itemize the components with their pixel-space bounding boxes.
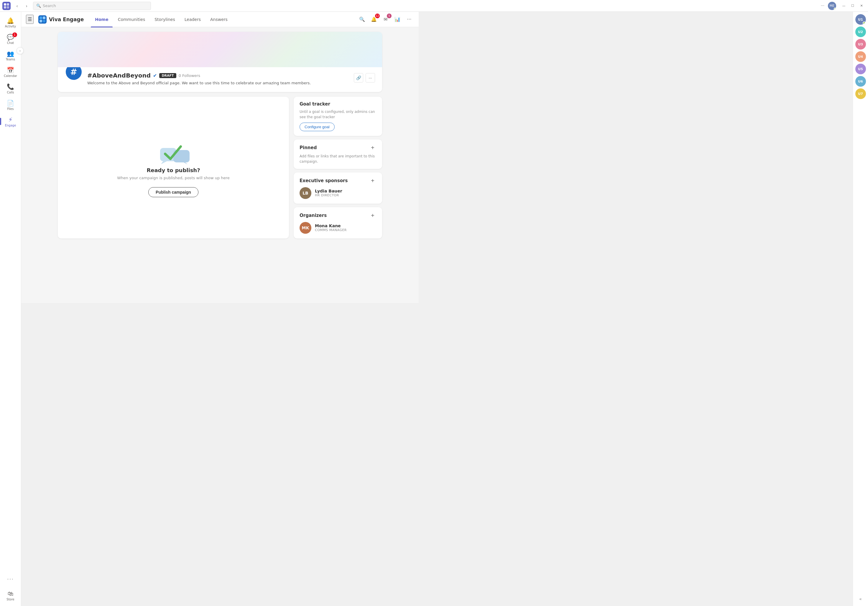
message-wrap: ✉ 5: [381, 15, 391, 24]
configure-goal-button[interactable]: Configure goal: [299, 122, 335, 131]
nav-controls: ‹ ›: [13, 2, 31, 10]
publish-ready-title: Ready to publish?: [147, 167, 200, 173]
calendar-icon: 📅: [7, 67, 14, 74]
svg-rect-4: [38, 15, 46, 23]
svg-rect-7: [40, 20, 42, 22]
link-copy-button[interactable]: 🔗: [354, 73, 363, 82]
campaign-info: # #AboveAndBeyond ✔ DRAFT 0 Followers We…: [58, 67, 382, 92]
more-campaign-options-button[interactable]: ···: [366, 73, 375, 82]
teams-sidebar: 🔔 Activity 💬 Chat 1 👥 Teams 📅 Calendar 📞…: [0, 12, 21, 303]
header-right: 🔍 🔔 12 ✉ 5 📊 ···: [357, 15, 414, 24]
campaign-name: #AboveAndBeyond: [87, 72, 151, 79]
sponsor-name-1: Lydia Bauer: [315, 189, 342, 193]
organizers-add-button[interactable]: +: [369, 212, 376, 219]
organizer-info-1: Mona Kane COMMS MANAGER: [315, 223, 347, 232]
sidebar-item-teams[interactable]: 👥 Teams: [2, 47, 19, 64]
app-nav: Home Communities Storylines Leaders Answ…: [91, 15, 232, 23]
svg-rect-1: [7, 3, 9, 6]
nav-answers[interactable]: Answers: [206, 15, 232, 23]
app-logo: Viva Engage: [38, 15, 84, 23]
main-wrapper: ☰ Viva Engage Home Communities Storyline…: [21, 12, 418, 303]
nav-communities[interactable]: Communities: [114, 15, 149, 23]
svg-rect-0: [4, 3, 6, 6]
sidebar-item-engage[interactable]: ⚡ Engage: [2, 113, 19, 130]
publish-illustration-svg: [159, 138, 191, 164]
message-badge: 5: [387, 14, 392, 18]
teams-icon: 👥: [7, 50, 14, 57]
engage-icon: ⚡: [8, 116, 12, 123]
executive-sponsors-card: Executive sponsors + LB Lydia Bauer HR D…: [294, 172, 382, 204]
sidebar-label-activity: Activity: [5, 25, 16, 28]
header-search-button[interactable]: 🔍: [357, 15, 367, 24]
right-panel: Goal tracker Until a goal is configured,…: [294, 97, 382, 239]
sidebar-label-files: Files: [7, 107, 14, 110]
executive-sponsors-header: Executive sponsors +: [299, 177, 376, 184]
followers-count: 0 Followers: [179, 73, 200, 78]
notification-badge: 12: [375, 14, 380, 18]
hamburger-button[interactable]: ☰: [26, 15, 34, 24]
pinned-description: Add files or links that are important to…: [299, 153, 376, 164]
organizers-header: Organizers +: [299, 212, 376, 219]
executive-sponsors-add-button[interactable]: +: [369, 177, 376, 184]
campaign-details: #AboveAndBeyond ✔ DRAFT 0 Followers Welc…: [87, 72, 349, 86]
goal-tracker-card: Goal tracker Until a goal is configured,…: [294, 97, 382, 136]
sidebar-label-engage: Engage: [5, 124, 16, 127]
pinned-add-button[interactable]: +: [369, 144, 376, 151]
goal-tracker-description: Until a goal is configured, only admins …: [299, 109, 376, 120]
search-icon: 🔍: [36, 3, 41, 8]
svg-rect-5: [40, 17, 42, 19]
nav-back-button[interactable]: ‹: [13, 2, 21, 10]
more-options-header-button[interactable]: ···: [405, 15, 414, 24]
activity-icon: 🔔: [7, 17, 14, 24]
content-area: # #AboveAndBeyond ✔ DRAFT 0 Followers We…: [58, 32, 382, 298]
calls-icon: 📞: [7, 83, 14, 90]
nav-leaders[interactable]: Leaders: [180, 15, 205, 23]
verified-icon: ✔: [153, 73, 157, 78]
publish-illustration: [159, 138, 188, 161]
page-content: # #AboveAndBeyond ✔ DRAFT 0 Followers We…: [21, 27, 418, 303]
campaign-title-row: #AboveAndBeyond ✔ DRAFT 0 Followers: [87, 72, 349, 79]
sidebar-label-teams: Teams: [6, 58, 16, 61]
campaign-banner: [58, 32, 382, 67]
sidebar-label-calendar: Calendar: [4, 74, 17, 77]
sponsor-avatar-1[interactable]: LB: [299, 187, 312, 199]
organizer-avatar-1[interactable]: MK: [299, 222, 312, 234]
main-grid: Ready to publish? When your campaign is …: [58, 97, 382, 239]
sidebar-label-chat: Chat: [7, 41, 14, 45]
search-placeholder: Search: [43, 3, 56, 8]
pinned-header: Pinned +: [299, 144, 376, 151]
executive-sponsors-title: Executive sponsors: [299, 178, 347, 183]
svg-rect-6: [43, 17, 45, 19]
nav-forward-button[interactable]: ›: [22, 2, 31, 10]
campaign-header-card: # #AboveAndBeyond ✔ DRAFT 0 Followers We…: [58, 32, 382, 92]
publish-ready-subtitle: When your campaign is published, posts w…: [117, 176, 229, 180]
svg-marker-10: [161, 161, 167, 164]
organizer-item-1: MK Mona Kane COMMS MANAGER: [299, 222, 376, 234]
app-icon: [2, 2, 11, 10]
sidebar-item-calendar[interactable]: 📅 Calendar: [2, 64, 19, 80]
viva-engage-logo-icon: [38, 15, 46, 23]
draft-badge: DRAFT: [159, 73, 176, 78]
campaign-description: Welcome to the Above and Beyond official…: [87, 80, 349, 86]
organizers-card: Organizers + MK Mona Kane COMMS MANAGER: [294, 207, 382, 239]
svg-rect-3: [7, 6, 9, 9]
pinned-title: Pinned: [299, 145, 317, 150]
sponsor-role-1: HR DIRECTOR: [315, 193, 342, 197]
organizer-role-1: COMMS MANAGER: [315, 228, 347, 232]
analytics-button[interactable]: 📊: [393, 15, 402, 24]
organizers-title: Organizers: [299, 213, 327, 218]
svg-marker-12: [184, 163, 188, 164]
sidebar-item-files[interactable]: 📄 Files: [2, 97, 19, 113]
sidebar-item-activity[interactable]: 🔔 Activity: [2, 14, 19, 31]
sponsor-info-1: Lydia Bauer HR DIRECTOR: [315, 189, 342, 197]
app-name: Viva Engage: [49, 17, 84, 22]
nav-storylines[interactable]: Storylines: [150, 15, 179, 23]
publish-campaign-button[interactable]: Publish campaign: [148, 187, 198, 197]
global-search-bar[interactable]: 🔍 Search: [33, 2, 151, 10]
sidebar-item-chat[interactable]: 💬 Chat 1: [2, 31, 19, 47]
organizer-name-1: Mona Kane: [315, 223, 347, 228]
nav-home[interactable]: Home: [91, 15, 112, 23]
chat-badge: 1: [12, 33, 17, 37]
sidebar-item-calls[interactable]: 📞 Calls: [2, 80, 19, 97]
publish-card: Ready to publish? When your campaign is …: [58, 97, 289, 239]
